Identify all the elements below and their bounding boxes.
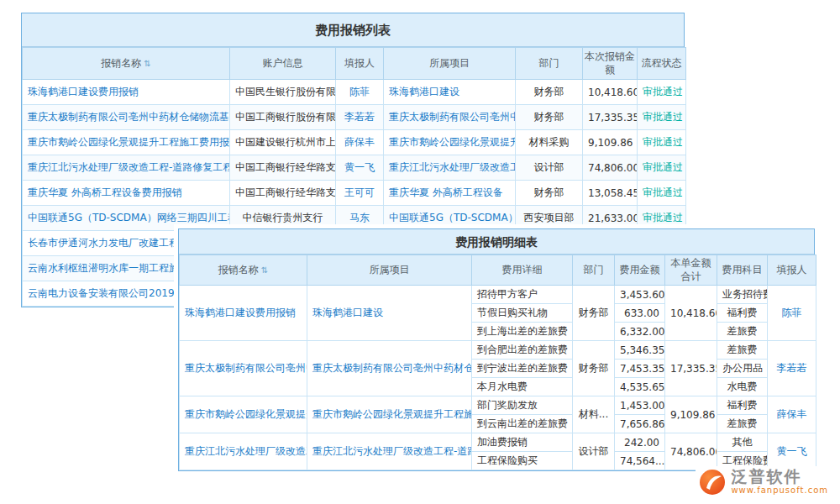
table-row: 重庆市鹅岭公园绿化景观提升工程施工费用报销 中国建设银行杭州市上... 薛保丰 … xyxy=(23,130,686,155)
status-badge[interactable]: 审批通过 xyxy=(638,105,686,130)
expense-detail-panel: 费用报销明细表 报销名称⇅ 所属项目 费用详细 部门 费用金额 本单金额合计 费… xyxy=(178,228,815,471)
status-badge[interactable]: 审批通过 xyxy=(638,206,686,231)
total-amount-cell: 17,335.35 xyxy=(665,341,717,396)
detail-col-filler: 填报人 xyxy=(768,255,816,286)
project-link[interactable]: 重庆市鹅岭公园绿化景观提升工程施工 xyxy=(307,396,472,433)
amount-cell: 74,806.00 xyxy=(583,155,638,181)
detail-amount-cell: 242.00 xyxy=(615,433,665,452)
dept-cell: 财务部 xyxy=(516,181,583,206)
dept-cell: 财务部 xyxy=(573,341,615,396)
expense-name-link[interactable]: 重庆江北污水处理厂级改造工程- xyxy=(180,433,307,470)
detail-item-cell: 加油费报销 xyxy=(472,433,573,452)
detail-col-total: 本单金额合计 xyxy=(665,255,717,286)
detail-amount-cell: 5,346.35 xyxy=(615,341,665,360)
expense-list-title: 费用报销列表 xyxy=(22,13,684,47)
fanpu-logo-text: 泛普软件 www.fanpusoft.com xyxy=(731,468,828,496)
dept-cell: 西安项目部 xyxy=(516,206,583,231)
amount-cell: 17,335.35 xyxy=(583,105,638,130)
status-badge[interactable]: 审批通过 xyxy=(638,130,686,155)
list-col-filler: 填报人 xyxy=(336,48,384,80)
project-link[interactable]: 重庆华夏 外高桥工程设备 xyxy=(384,181,516,206)
status-badge[interactable]: 审批通过 xyxy=(638,80,686,105)
detail-item-cell: 本月水电费 xyxy=(472,378,573,396)
table-row: 珠海鹤港口建设费用报销 珠海鹤港口建设 招待甲方客户 财务部 3,453.60 … xyxy=(180,286,816,304)
expense-name-link[interactable]: 重庆江北污水处理厂级改造工程-道路修复工程费用... xyxy=(23,155,230,181)
sort-icon: ⇅ xyxy=(261,265,268,276)
filler-link[interactable]: 陈菲 xyxy=(768,286,816,341)
detail-item-cell: 部门奖励发放 xyxy=(472,396,573,415)
detail-item-cell: 招待甲方客户 xyxy=(472,286,573,304)
filler-link[interactable]: 薛保丰 xyxy=(768,396,816,433)
project-link[interactable]: 重庆太极制药有限公司亳州中药材仓储物流 xyxy=(307,341,472,396)
subject-cell: 福利费 xyxy=(717,396,768,415)
brand-url: www.fanpusoft.com xyxy=(731,486,828,496)
project-link[interactable]: 珠海鹤港口建设 xyxy=(307,286,472,341)
project-link[interactable]: 中国联通5G（TD-SCDMA）网... xyxy=(384,206,516,231)
dept-cell: 财务部 xyxy=(516,105,583,130)
detail-amount-cell: 633.00 xyxy=(615,304,665,323)
detail-amount-cell: 3,453.60 xyxy=(615,286,665,304)
subject-cell: 其他 xyxy=(717,433,768,452)
expense-name-link[interactable]: 珠海鹤港口建设费用报销 xyxy=(23,80,230,105)
sort-icon: ⇅ xyxy=(144,58,150,69)
expense-name-link[interactable]: 中国联通5G（TD-SCDMA）网络三期四川工程费... xyxy=(23,206,230,231)
amount-cell: 9,109.86 xyxy=(583,130,638,155)
filler-link[interactable]: 黄一飞 xyxy=(768,433,816,470)
project-link[interactable]: 重庆江北污水处理厂级改造工... xyxy=(384,155,516,181)
detail-amount-cell: 1,453.00 xyxy=(615,396,665,415)
expense-name-link[interactable]: 重庆华夏 外高桥工程设备费用报销 xyxy=(23,181,230,206)
detail-col-name[interactable]: 报销名称⇅ xyxy=(180,255,307,286)
status-badge[interactable]: 审批通过 xyxy=(638,181,686,206)
filler-link[interactable]: 陈菲 xyxy=(336,80,384,105)
dept-cell: 材料... xyxy=(573,396,615,433)
total-amount-cell: 10,418.60 xyxy=(665,286,717,341)
detail-item-cell: 节假日购买礼物 xyxy=(472,304,573,323)
list-col-status: 流程状态 xyxy=(638,48,686,80)
project-link[interactable]: 重庆市鹅岭公园绿化景观提升... xyxy=(384,130,516,155)
dept-cell: 财务部 xyxy=(573,286,615,341)
account-cell: 中国建设银行杭州市上... xyxy=(230,130,336,155)
detail-col-item: 费用详细 xyxy=(472,255,573,286)
account-cell: 中信银行贵州支行 xyxy=(230,206,336,231)
filler-link[interactable]: 薛保丰 xyxy=(336,130,384,155)
subject-cell: 福利费 xyxy=(717,304,768,323)
filler-link[interactable]: 马东 xyxy=(336,206,384,231)
detail-header-row: 报销名称⇅ 所属项目 费用详细 部门 费用金额 本单金额合计 费用科目 填报人 xyxy=(180,255,816,286)
project-link[interactable]: 重庆江北污水处理厂级改造工程-道路修复工 xyxy=(307,433,472,470)
list-col-name[interactable]: 报销名称⇅ xyxy=(23,48,230,80)
table-row: 重庆江北污水处理厂级改造工程- 重庆江北污水处理厂级改造工程-道路修复工 加油费… xyxy=(180,433,816,452)
expense-name-link[interactable]: 重庆太极制药有限公司亳州中药材 xyxy=(180,341,307,396)
detail-amount-cell: 7,453.35 xyxy=(615,360,665,378)
project-link[interactable]: 重庆太极制药有限公司亳州中... xyxy=(384,105,516,130)
detail-item-cell: 到宁波出差的差旅费 xyxy=(472,360,573,378)
status-badge[interactable]: 审批通过 xyxy=(638,155,686,181)
fanpu-logo: 泛普软件 www.fanpusoft.com xyxy=(696,466,832,497)
filler-link[interactable]: 李若若 xyxy=(768,341,816,396)
table-row: 重庆太极制药有限公司亳州中药材 重庆太极制药有限公司亳州中药材仓储物流 到合肥出… xyxy=(180,341,816,360)
dept-cell: 设计部 xyxy=(573,433,615,470)
table-row: 重庆江北污水处理厂级改造工程-道路修复工程费用... 中国工商银行经华路支行 黄… xyxy=(23,155,686,181)
subject-cell: 差旅费 xyxy=(717,323,768,341)
filler-link[interactable]: 王可可 xyxy=(336,181,384,206)
expense-name-link[interactable]: 重庆市鹅岭公园绿化景观提升工程施工费用报销 xyxy=(23,130,230,155)
project-link[interactable]: 珠海鹤港口建设 xyxy=(384,80,516,105)
amount-cell: 13,058.45 xyxy=(583,181,638,206)
detail-col-project: 所属项目 xyxy=(307,255,472,286)
table-row: 重庆华夏 外高桥工程设备费用报销 中国工商银行经华路支行 王可可 重庆华夏 外高… xyxy=(23,181,686,206)
table-row: 重庆太极制药有限公司亳州中药材仓储物流基地项... 中国工商银行股份有限 李若若… xyxy=(23,105,686,130)
filler-link[interactable]: 黄一飞 xyxy=(336,155,384,181)
filler-link[interactable]: 李若若 xyxy=(336,105,384,130)
subject-cell: 业务招待费 xyxy=(717,286,768,304)
amount-cell: 21,633.00 xyxy=(583,206,638,231)
subject-cell: 差旅费 xyxy=(717,341,768,360)
expense-name-link[interactable]: 珠海鹤港口建设费用报销 xyxy=(180,286,307,341)
subject-cell: 差旅费 xyxy=(717,415,768,433)
expense-detail-table: 报销名称⇅ 所属项目 费用详细 部门 费用金额 本单金额合计 费用科目 填报人 … xyxy=(179,255,816,470)
brand-name: 泛普软件 xyxy=(731,468,828,486)
table-row: 中国联通5G（TD-SCDMA）网络三期四川工程费... 中信银行贵州支行 马东… xyxy=(23,206,686,231)
detail-col-amount: 费用金额 xyxy=(615,255,665,286)
fanpu-logo-icon xyxy=(699,469,726,496)
expense-name-link[interactable]: 重庆市鹅岭公园绿化景观提升工程 xyxy=(180,396,307,433)
expense-name-link[interactable]: 重庆太极制药有限公司亳州中药材仓储物流基地项... xyxy=(23,105,230,130)
subject-cell: 水电费 xyxy=(717,378,768,396)
